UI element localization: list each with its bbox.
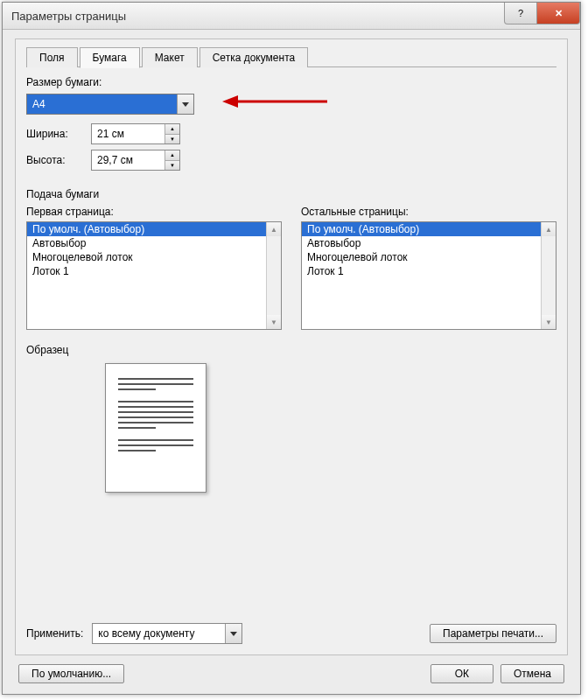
help-button[interactable]: ? — [504, 3, 537, 24]
width-spinbox[interactable]: 21 см ▲▼ — [91, 123, 180, 144]
list-item[interactable]: Лоток 1 — [27, 264, 266, 278]
scrollbar[interactable]: ▲▼ — [541, 222, 556, 329]
chevron-down-icon[interactable] — [225, 624, 242, 643]
other-pages-label: Остальные страницы: — [301, 206, 556, 218]
defaults-button[interactable]: По умолчанию... — [18, 664, 124, 683]
preview-thumbnail — [105, 363, 206, 493]
other-pages-list[interactable]: По умолч. (Автовыбор) Автовыбор Многоцел… — [301, 221, 556, 330]
preview-label: Образец — [26, 344, 556, 356]
first-page-list[interactable]: По умолч. (Автовыбор) Автовыбор Многоцел… — [26, 221, 282, 330]
tab-fields[interactable]: Поля — [26, 47, 78, 67]
chevron-down-icon[interactable] — [177, 94, 193, 114]
tab-grid[interactable]: Сетка документа — [200, 47, 308, 67]
tab-strip: Поля Бумага Макет Сетка документа — [26, 46, 556, 67]
paper-size-combo[interactable]: A4 — [26, 94, 194, 115]
width-label: Ширина: — [26, 128, 91, 140]
list-item[interactable]: По умолч. (Автовыбор) — [27, 222, 266, 236]
list-item[interactable]: Автовыбор — [302, 236, 541, 250]
first-page-label: Первая страница: — [26, 206, 282, 218]
tab-layout[interactable]: Макет — [142, 47, 198, 67]
page-setup-dialog: Параметры страницы ? ✕ Поля Бумага Макет… — [2, 2, 581, 695]
spin-down-icon[interactable]: ▼ — [165, 135, 179, 144]
height-value: 29,7 см — [92, 150, 164, 170]
apply-to-combo[interactable]: ко всему документу — [92, 623, 242, 644]
list-item[interactable]: Многоцелевой лоток — [27, 250, 266, 264]
paper-size-label: Размер бумаги: — [26, 76, 556, 88]
spin-up-icon[interactable]: ▲ — [165, 150, 179, 161]
close-button[interactable]: ✕ — [536, 3, 580, 24]
cancel-button[interactable]: Отмена — [500, 664, 564, 683]
height-label: Высота: — [26, 154, 91, 166]
list-item[interactable]: Лоток 1 — [302, 264, 541, 278]
spin-down-icon[interactable]: ▼ — [165, 161, 179, 171]
tab-paper[interactable]: Бумага — [80, 47, 140, 68]
apply-to-label: Применить: — [26, 627, 83, 640]
spin-up-icon[interactable]: ▲ — [165, 124, 179, 135]
list-item[interactable]: Автовыбор — [27, 236, 266, 250]
apply-to-value: ко всему документу — [93, 624, 225, 643]
window-title: Параметры страницы — [11, 10, 126, 23]
scrollbar[interactable]: ▲▼ — [266, 222, 281, 329]
list-item[interactable]: По умолч. (Автовыбор) — [302, 222, 541, 236]
paper-feed-label: Подача бумаги — [26, 188, 556, 200]
print-options-button[interactable]: Параметры печати... — [430, 624, 556, 643]
ok-button[interactable]: ОК — [430, 664, 494, 683]
paper-size-value: A4 — [27, 94, 177, 114]
width-value: 21 см — [92, 124, 164, 144]
titlebar: Параметры страницы ? ✕ — [3, 3, 580, 30]
list-item[interactable]: Многоцелевой лоток — [302, 250, 541, 264]
height-spinbox[interactable]: 29,7 см ▲▼ — [91, 150, 180, 171]
